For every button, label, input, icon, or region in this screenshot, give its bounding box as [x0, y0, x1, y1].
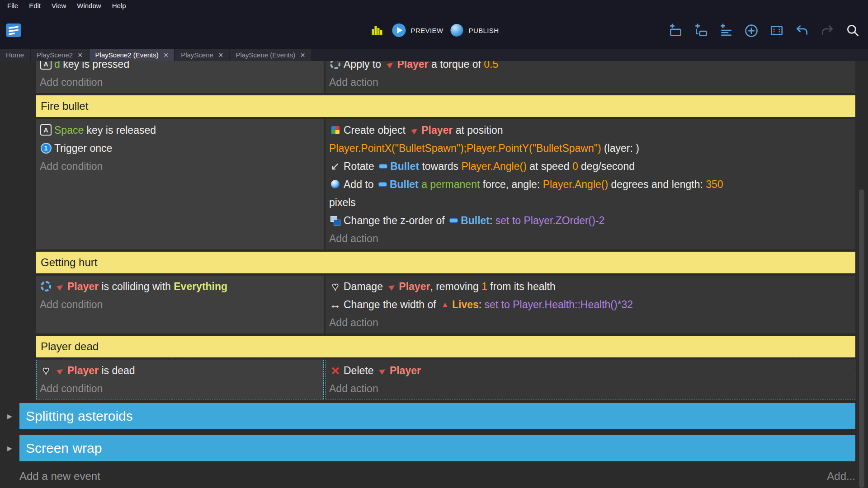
tab-close-icon[interactable]: ×: [78, 51, 83, 59]
group-title[interactable]: Splitting asteroids: [19, 403, 855, 429]
menu-help[interactable]: Help: [107, 0, 132, 12]
conditions-cell[interactable]: Player is colliding with EverythingAdd c…: [36, 276, 324, 333]
tab-playscene[interactable]: PlayScene×: [175, 49, 229, 61]
conditions-cell[interactable]: d key is pressedAdd condition: [36, 61, 324, 93]
scrollbar[interactable]: [859, 61, 864, 488]
comment-row[interactable]: Getting hurt: [36, 252, 855, 273]
text-segment: Player: [390, 365, 421, 376]
tab-close-icon[interactable]: ×: [164, 51, 169, 59]
text-segment: Player: [421, 124, 453, 136]
menu-edit[interactable]: Edit: [24, 0, 46, 12]
event-text-line[interactable]: d key is pressed: [40, 61, 319, 73]
event-text-line[interactable]: Player is colliding with Everything: [40, 277, 319, 296]
text-segment: deg/second: [578, 160, 635, 172]
tab-playscene-events[interactable]: PlayScene (Events)×: [230, 49, 311, 61]
add-button[interactable]: Add...: [827, 470, 855, 483]
expand-arrow-icon[interactable]: ▶: [0, 445, 19, 452]
event-text-line[interactable]: Apply to Player a torque of 0.5: [329, 61, 851, 73]
events-footer: Add a new event Add...: [0, 465, 855, 488]
add-event-button[interactable]: [667, 22, 684, 38]
add-action-button[interactable]: Add action: [329, 314, 851, 332]
publish-button[interactable]: PUBLISH: [449, 23, 499, 38]
event-text-line[interactable]: pixels: [329, 193, 851, 211]
comment-row[interactable]: Fire bullet: [36, 95, 855, 117]
add-other-event-button[interactable]: [743, 22, 760, 38]
conditions-cell[interactable]: Space key is releasedTrigger onceAdd con…: [36, 119, 324, 249]
add-subevent-button[interactable]: [693, 22, 709, 38]
text-segment: (layer: ): [601, 142, 639, 154]
film-strip-button[interactable]: [769, 22, 785, 38]
menu-file[interactable]: File: [2, 0, 24, 12]
tab-label: Home: [6, 51, 24, 59]
event-text-line[interactable]: Create object Player at position: [329, 121, 851, 139]
delete-icon: [329, 365, 341, 376]
text-segment: 0: [572, 160, 578, 172]
comment-row[interactable]: Player dead: [36, 336, 855, 357]
expand-arrow-icon[interactable]: ▶: [0, 413, 19, 420]
gear-icon: [329, 61, 341, 70]
once-icon: [40, 142, 52, 154]
add-action-button[interactable]: Add action: [329, 380, 851, 398]
actions-cell[interactable]: Damage Player, removing 1 from its healt…: [326, 276, 855, 333]
text-segment: a permanent: [421, 178, 480, 190]
scrollbar-thumb[interactable]: [859, 189, 864, 488]
add-condition-button[interactable]: Add condition: [40, 380, 319, 398]
add-new-event-button[interactable]: Add a new event: [19, 470, 100, 483]
text-segment: from its health: [487, 281, 556, 292]
event-text-line[interactable]: Change the width of Lives: set to Player…: [329, 296, 851, 314]
text-segment: d: [54, 61, 60, 70]
blocks-icon[interactable]: [369, 22, 386, 38]
event-text-line[interactable]: Delete Player: [329, 361, 851, 380]
actions-cell[interactable]: Apply to Player a torque of 0.5Add actio…: [326, 61, 855, 93]
tab-close-icon[interactable]: ×: [218, 51, 223, 59]
event-text-line[interactable]: Player is dead: [40, 361, 319, 380]
menu-window[interactable]: Window: [71, 0, 106, 12]
text-segment: Lives: [452, 299, 479, 310]
tab-label: PlayScene2 (Events): [95, 51, 159, 59]
tab-playscene2-events[interactable]: PlayScene2 (Events)×: [90, 49, 175, 61]
event-text-line[interactable]: Change the z-order of Bullet: set to Pla…: [329, 211, 851, 230]
event-text-line[interactable]: Trigger once: [40, 139, 319, 157]
text-segment: Add to: [344, 178, 377, 190]
actions-cell[interactable]: Delete PlayerAdd action: [326, 360, 855, 399]
tab-playscene2[interactable]: PlayScene2×: [31, 49, 89, 61]
player-icon: [54, 281, 66, 292]
zorder-icon: [329, 215, 341, 226]
conditions-cell[interactable]: Player is deadAdd condition: [36, 360, 324, 399]
text-segment: force, angle:: [480, 178, 542, 190]
text-segment: Player.PointX("BulletSpawn");Player.Poin…: [329, 142, 601, 154]
gdevelop-logo-icon[interactable]: [5, 23, 22, 38]
tab-close-icon[interactable]: ×: [300, 51, 305, 59]
text-segment: Bullet: [390, 160, 419, 172]
actions-cell[interactable]: Create object Player at positionPlayer.P…: [326, 119, 855, 249]
add-condition-button[interactable]: Add condition: [40, 296, 319, 314]
event-text-line[interactable]: Add to Bullet a permanent force, angle: …: [329, 175, 851, 193]
add-condition-button[interactable]: Add condition: [40, 73, 319, 91]
tab-home[interactable]: Home: [0, 49, 30, 61]
text-segment: Bullet: [461, 215, 490, 226]
event-text-line[interactable]: Damage Player, removing 1 from its healt…: [329, 277, 851, 296]
text-segment: pixels: [329, 197, 356, 208]
event-text-line[interactable]: Space key is released: [40, 121, 319, 139]
menu-view[interactable]: View: [46, 0, 71, 12]
group-row: ▶Screen wrap: [0, 435, 855, 461]
preview-button[interactable]: PREVIEW: [392, 23, 443, 38]
add-condition-button[interactable]: Add condition: [40, 157, 319, 175]
menu-bar: FileEditViewWindowHelp: [0, 0, 868, 12]
add-action-button[interactable]: Add action: [329, 230, 851, 248]
text-segment: Space: [54, 124, 84, 136]
add-action-button[interactable]: Add action: [329, 73, 851, 91]
text-segment: Apply to: [344, 61, 384, 70]
event-text-line[interactable]: Rotate Bullet towards Player.Angle() at …: [329, 157, 851, 175]
text-segment: degrees and length:: [608, 178, 706, 190]
undo-button[interactable]: [794, 22, 810, 38]
publish-sphere-icon: [449, 23, 464, 38]
event-text-line[interactable]: Player.PointX("BulletSpawn");Player.Poin…: [329, 139, 851, 157]
heart-icon: [329, 281, 341, 292]
text-segment: 0.5: [484, 61, 498, 70]
search-button[interactable]: [844, 22, 861, 38]
add-comment-button[interactable]: [718, 22, 734, 38]
redo-button[interactable]: [819, 22, 835, 38]
group-title[interactable]: Screen wrap: [19, 435, 855, 461]
text-segment: key is pressed: [60, 61, 129, 70]
